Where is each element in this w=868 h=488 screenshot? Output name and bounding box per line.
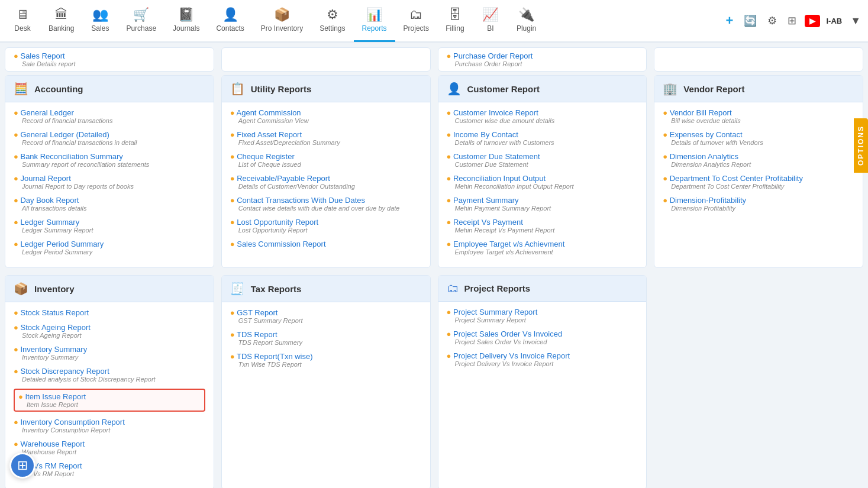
list-item: Receipt Vs Payment Mehin Receipt Vs Paym… bbox=[447, 218, 638, 234]
customer-due-statement-link[interactable]: Customer Due Statement bbox=[447, 152, 638, 161]
nav-plugin-label: Plugin bbox=[517, 24, 536, 33]
project-summary-link[interactable]: Project Summary Report bbox=[447, 308, 638, 316]
inventory-consumption-link[interactable]: Inventory Consumption Report bbox=[14, 418, 205, 426]
dept-cost-center-desc: Department To Cost Center Profitability bbox=[671, 183, 854, 190]
nav-sales[interactable]: 👥 Sales bbox=[82, 0, 118, 42]
journal-report-link[interactable]: Journal Report bbox=[14, 174, 205, 183]
fixed-asset-link[interactable]: Fixed Asset Report bbox=[230, 130, 422, 139]
purchase-order-report-link[interactable]: Purchase Order Report bbox=[447, 51, 638, 60]
payment-summary-link[interactable]: Payment Summary bbox=[447, 196, 638, 205]
dept-cost-center-link[interactable]: Department To Cost Center Profitability bbox=[663, 174, 854, 183]
expenses-by-contact-desc: Details of turnover with Vendors bbox=[671, 139, 854, 146]
tds-txn-wise-link[interactable]: TDS Report(Txn wise) bbox=[230, 352, 422, 361]
list-item: Employee Target v/s Achievment Employee … bbox=[447, 240, 638, 256]
dashboard-icon: ⊞ bbox=[17, 458, 28, 473]
refresh-icon[interactable]: 🔄 bbox=[741, 12, 759, 30]
lost-opportunity-link[interactable]: Lost Opportunity Report bbox=[230, 218, 422, 227]
nav-filling[interactable]: 🗄 Filling bbox=[437, 0, 473, 42]
nav-purchase[interactable]: 🛒 Purchase bbox=[118, 0, 164, 42]
accounting-header: 🧮 Accounting bbox=[5, 76, 214, 102]
list-item: Lost Opportunity Report Lost Opportunity… bbox=[230, 218, 422, 234]
nav-settings[interactable]: ⚙ Settings bbox=[311, 0, 353, 42]
grid-icon[interactable]: ⊞ bbox=[785, 12, 799, 30]
project-sales-order-link[interactable]: Project Sales Order Vs Invoiced bbox=[447, 329, 638, 338]
dimension-profitability-link[interactable]: Dimension-Profitability bbox=[663, 196, 854, 205]
accounting-icon: 🧮 bbox=[14, 82, 28, 96]
settings-gear-icon[interactable]: ⚙ bbox=[765, 12, 779, 30]
options-sidebar[interactable]: OPTIONS bbox=[854, 118, 868, 173]
agent-commission-desc: Agent Commission View bbox=[238, 117, 422, 124]
add-button[interactable]: + bbox=[724, 11, 736, 31]
dashboard-button[interactable]: ⊞ bbox=[9, 453, 36, 479]
nav-journals[interactable]: 📓 Journals bbox=[164, 0, 208, 42]
user-label: I-AB bbox=[826, 17, 842, 25]
nav-contacts[interactable]: 👤 Contacts bbox=[208, 0, 252, 42]
customer-icon: 👤 bbox=[447, 82, 462, 96]
list-item: Day Book Report All transactions details bbox=[14, 196, 205, 212]
sales-report-link[interactable]: Sales Report bbox=[14, 51, 205, 60]
list-item: Reconciliation Input Output Mehin Reconc… bbox=[447, 174, 638, 190]
ledger-summary-link[interactable]: Ledger Summary bbox=[14, 218, 205, 227]
inventory-summary-link[interactable]: Inventory Summary bbox=[14, 345, 205, 354]
agent-commission-link[interactable]: Agent Commission bbox=[230, 108, 422, 117]
cheque-register-desc: List of Cheque issued bbox=[238, 161, 422, 168]
dropdown-chevron-icon[interactable]: ▼ bbox=[848, 12, 863, 30]
list-item: TDS Report(Txn wise) Txn Wise TDS Report bbox=[230, 352, 422, 368]
list-item: Stock Ageing Report Stock Ageing Report bbox=[14, 323, 205, 339]
gst-report-link[interactable]: GST Report bbox=[230, 308, 422, 317]
empty-partial-card-1 bbox=[221, 47, 431, 72]
list-item: TDS Report TDS Report Summery bbox=[230, 330, 422, 346]
nav-plugin[interactable]: 🔌 Plugin bbox=[508, 0, 544, 42]
employee-target-link[interactable]: Employee Target v/s Achievment bbox=[447, 240, 638, 248]
nav-projects[interactable]: 🗂 Projects bbox=[395, 0, 437, 42]
tax-title: Tax Reports bbox=[251, 284, 302, 294]
stock-discrepancy-link[interactable]: Stock Discrepancy Report bbox=[14, 367, 205, 376]
sales-commission-link[interactable]: Sales Commission Report bbox=[230, 240, 422, 248]
list-item: Bank Reconciliation Summary Summary repo… bbox=[14, 152, 205, 168]
cheque-register-link[interactable]: Cheque Register bbox=[230, 152, 422, 161]
youtube-button[interactable]: ▶ bbox=[805, 15, 820, 27]
nav-desk-label: Desk bbox=[14, 24, 30, 33]
warehouse-report-link[interactable]: Warehouse Report bbox=[14, 439, 205, 448]
list-item: General Ledger (Detailed) Record of fina… bbox=[14, 130, 205, 146]
stock-ageing-desc: Stock Ageing Report bbox=[22, 332, 205, 339]
general-ledger-detailed-link[interactable]: General Ledger (Detailed) bbox=[14, 130, 205, 139]
ledger-period-summary-link[interactable]: Ledger Period Summary bbox=[14, 240, 205, 248]
tax-header: 🧾 Tax Reports bbox=[222, 276, 430, 302]
nav-bi[interactable]: 📈 BI bbox=[473, 0, 508, 42]
receivable-payable-link[interactable]: Receivable/Payable Report bbox=[230, 174, 422, 183]
customer-invoice-link[interactable]: Customer Invoice Report bbox=[447, 108, 638, 117]
income-by-contact-link[interactable]: Income By Contact bbox=[447, 130, 638, 139]
stock-ageing-link[interactable]: Stock Ageing Report bbox=[14, 323, 205, 332]
dimension-analytics-link[interactable]: Dimension Analytics bbox=[663, 152, 854, 161]
item-issue-link[interactable]: Item Issue Report bbox=[18, 392, 201, 401]
vendor-bill-link[interactable]: Vendor Bill Report bbox=[663, 108, 854, 117]
contact-transactions-link[interactable]: Contact Transactions With Due Dates bbox=[230, 196, 422, 205]
project-delivery-invoice-link[interactable]: Project Delivery Vs Invoice Report bbox=[447, 351, 638, 360]
bi-icon: 📈 bbox=[482, 7, 498, 22]
general-ledger-link[interactable]: General Ledger bbox=[14, 108, 205, 117]
so-vs-rm-link[interactable]: SO Vs RM Report bbox=[14, 461, 205, 470]
sales-report-desc: Sale Details report bbox=[22, 60, 205, 67]
stock-status-link[interactable]: Stock Status Report bbox=[14, 308, 205, 317]
list-item: Agent Commission Agent Commission View bbox=[230, 108, 422, 124]
nav-pro-inventory[interactable]: 📦 Pro Inventory bbox=[253, 0, 311, 42]
tds-report-link[interactable]: TDS Report bbox=[230, 330, 422, 339]
nav-reports[interactable]: 📊 Reports bbox=[354, 0, 395, 42]
expenses-by-contact-link[interactable]: Expenses by Contact bbox=[663, 130, 854, 139]
nav-banking[interactable]: 🏛 Banking bbox=[40, 0, 82, 42]
inventory-summary-desc: Inventory Summary bbox=[22, 354, 205, 361]
customer-body: Customer Invoice Report Customer wise du… bbox=[438, 102, 647, 267]
list-item: Inventory Summary Inventory Summary bbox=[14, 345, 205, 361]
receipt-vs-payment-link[interactable]: Receipt Vs Payment bbox=[447, 218, 638, 227]
reconciliation-input-output-desc: Mehin Reconciliation Input Output Report bbox=[455, 183, 638, 190]
day-book-report-link[interactable]: Day Book Report bbox=[14, 196, 205, 205]
list-item: Receivable/Payable Report Details of Cus… bbox=[230, 174, 422, 190]
nav-desk[interactable]: 🖥 Desk bbox=[5, 0, 40, 42]
list-item: SO Vs RM Report SO Vs RM Report bbox=[14, 461, 205, 477]
list-item: Inventory Consumption Report Inventory C… bbox=[14, 418, 205, 434]
list-item: Dimension Analytics Dimension Analytics … bbox=[663, 152, 854, 168]
reconciliation-input-output-link[interactable]: Reconciliation Input Output bbox=[447, 174, 638, 183]
nav-pro-inventory-label: Pro Inventory bbox=[261, 24, 303, 33]
bank-recon-link[interactable]: Bank Reconciliation Summary bbox=[14, 152, 205, 161]
